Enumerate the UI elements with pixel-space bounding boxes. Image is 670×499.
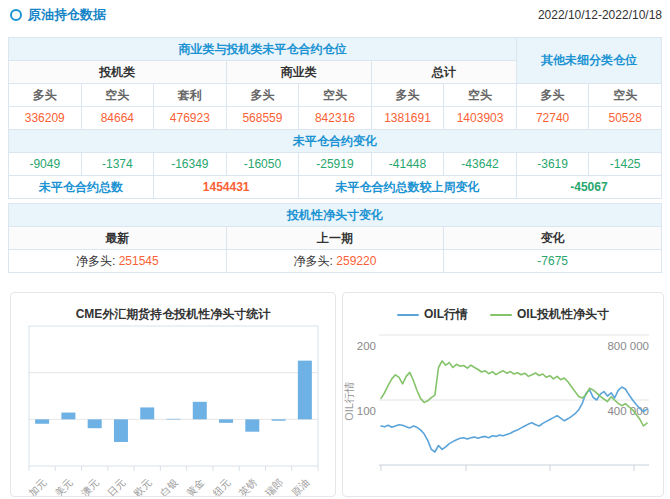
column-header: 空头	[589, 84, 662, 107]
net-long-latest: 净多头: 251545	[9, 250, 227, 273]
net-long-latest-label: 净多头:	[76, 254, 115, 268]
svg-text:美元: 美元	[53, 477, 75, 496]
group-header-main: 商业类与投机类未平仓合约仓位	[9, 38, 517, 61]
net-position-table: 投机性净头寸变化 最新上一期变化 净多头: 251545 净多头: 259220…	[8, 203, 662, 273]
column-header: 上一期	[226, 227, 444, 250]
svg-text:加元: 加元	[27, 477, 49, 496]
total-open-interest-label: 未平仓合约总数	[9, 176, 154, 199]
date-range: 2022/10/12-2022/10/18	[538, 8, 662, 22]
svg-text:100: 100	[357, 405, 376, 417]
net-long-change-value: -7675	[444, 250, 662, 273]
positions-table: 商业类与投机类未平仓合约仓位 其他未细分类仓位 投机类 商业类 总计 多头空头套…	[8, 37, 662, 199]
column-header: 多头	[371, 84, 444, 107]
open-interest-value: 568559	[226, 107, 299, 130]
column-header: 多头	[9, 84, 82, 107]
table-row: 净多头: 251545 净多头: 259220 -7675	[9, 250, 662, 273]
group-header-other: 其他未细分类仓位	[516, 38, 661, 84]
svg-text:800 000: 800 000	[607, 340, 649, 352]
svg-text:澳元: 澳元	[79, 477, 101, 496]
table-row: 未平仓合约变化	[9, 130, 662, 153]
change-value: -9049	[9, 153, 82, 176]
svg-text:日元: 日元	[105, 477, 127, 496]
change-value: -25919	[299, 153, 372, 176]
page-header: 原油持仓数据 2022/10/12-2022/10/18	[10, 6, 662, 24]
table-row: 最新上一期变化	[9, 227, 662, 250]
line-chart-panel: OIL行情 OIL投机性净头寸 100200400 000800 000OIL行…	[342, 292, 664, 497]
open-interest-value: 476923	[154, 107, 227, 130]
net-long-previous: 净多头: 259220	[226, 250, 444, 273]
change-value: -43642	[444, 153, 517, 176]
svg-text:欧元: 欧元	[132, 477, 154, 496]
line-chart-svg: 100200400 000800 000OIL行情	[343, 293, 663, 496]
svg-text:OIL行情: OIL行情	[343, 381, 355, 421]
page-title: 原油持仓数据	[10, 6, 106, 24]
change-value: -41448	[371, 153, 444, 176]
svg-text:白银: 白银	[158, 477, 180, 496]
column-header: 空头	[299, 84, 372, 107]
table-row: 3362098466447692356855984231613816911403…	[9, 107, 662, 130]
change-value: -16349	[154, 153, 227, 176]
page-title-text: 原油持仓数据	[28, 6, 106, 24]
column-header: 空头	[81, 84, 154, 107]
table-row: 投机性净头寸变化	[9, 204, 662, 227]
open-interest-value: 1381691	[371, 107, 444, 130]
svg-text:200: 200	[357, 340, 376, 352]
table-row: 商业类与投机类未平仓合约仓位 其他未细分类仓位	[9, 38, 662, 61]
title-bullet-icon	[10, 9, 22, 21]
subgroup-speculative: 投机类	[9, 61, 227, 84]
table-row: 多头空头套利多头空头多头空头多头空头	[9, 84, 662, 107]
bar-chart-panel: CME外汇期货持仓投机性净头寸统计 加元美元澳元日元欧元白银黄金纽元英镑瑞郎原油	[10, 292, 336, 497]
open-interest-value: 50528	[589, 107, 662, 130]
total-change-label: 未平仓合约总数较上周变化	[299, 176, 517, 199]
net-long-previous-value: 259220	[336, 254, 376, 268]
column-header: 多头	[516, 84, 589, 107]
open-interest-value: 1403903	[444, 107, 517, 130]
column-header: 空头	[444, 84, 517, 107]
column-header: 变化	[444, 227, 662, 250]
open-interest-value: 84664	[81, 107, 154, 130]
svg-text:瑞郎: 瑞郎	[263, 477, 285, 496]
column-header: 套利	[154, 84, 227, 107]
change-section-header: 未平仓合约变化	[9, 130, 662, 153]
open-interest-value: 72740	[516, 107, 589, 130]
open-interest-value: 842316	[299, 107, 372, 130]
net-long-previous-label: 净多头:	[294, 254, 333, 268]
svg-text:黄金: 黄金	[184, 477, 206, 496]
open-interest-value: 336209	[9, 107, 82, 130]
change-value: -1374	[81, 153, 154, 176]
total-open-interest-value: 1454431	[154, 176, 299, 199]
change-value: -16050	[226, 153, 299, 176]
column-header: 多头	[226, 84, 299, 107]
net-position-section-header: 投机性净头寸变化	[9, 204, 662, 227]
page: 原油持仓数据 2022/10/12-2022/10/18 商业类与投机类未平仓合…	[0, 0, 670, 499]
net-long-latest-value: 251545	[119, 254, 159, 268]
total-change-value: -45067	[516, 176, 661, 199]
change-value: -3619	[516, 153, 589, 176]
subgroup-total: 总计	[371, 61, 516, 84]
change-value: -1425	[589, 153, 662, 176]
column-header: 最新	[9, 227, 227, 250]
subgroup-commercial: 商业类	[226, 61, 371, 84]
svg-text:原油: 原油	[289, 477, 311, 496]
table-row: 未平仓合约总数 1454431 未平仓合约总数较上周变化 -45067	[9, 176, 662, 199]
table-row: -9049-1374-16349-16050-25919-41448-43642…	[9, 153, 662, 176]
svg-text:纽元: 纽元	[211, 477, 233, 496]
svg-text:英镑: 英镑	[237, 477, 259, 496]
bar-chart-svg: 加元美元澳元日元欧元白银黄金纽元英镑瑞郎原油	[11, 293, 335, 496]
